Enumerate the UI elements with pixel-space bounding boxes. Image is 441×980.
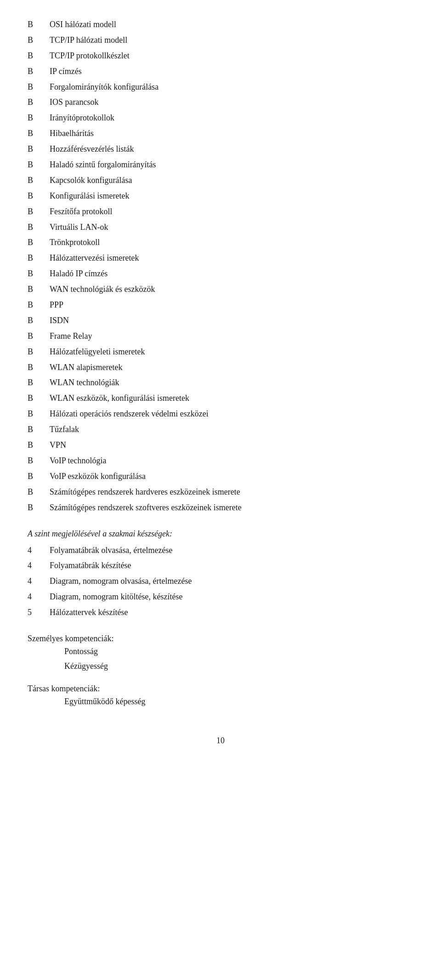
list-item: BOSI hálózati modell xyxy=(28,18,413,31)
page-number: 10 xyxy=(28,736,413,746)
list-item: BFrame Relay xyxy=(28,330,413,343)
list-text: WLAN technológiák xyxy=(50,376,413,389)
list-text: Irányítóprotokollok xyxy=(50,112,413,125)
list-text: Hálózattervezési ismeretek xyxy=(50,252,413,265)
list-marker: B xyxy=(28,408,50,421)
list-text: Számítógépes rendszerek hardveres eszköz… xyxy=(50,486,413,499)
list-marker: B xyxy=(28,174,50,187)
list-marker: B xyxy=(28,50,50,63)
skill-item: 4Diagram, nomogram olvasása, értelmezése xyxy=(28,575,413,588)
list-item: BWAN technológiák és eszközök xyxy=(28,283,413,296)
skill-text: Folyamatábrák készítése xyxy=(50,559,413,572)
list-text: Haladó szintű forgalomirányítás xyxy=(50,159,413,171)
list-text: Virtuális LAN-ok xyxy=(50,221,413,234)
list-marker: B xyxy=(28,143,50,156)
list-item: BWLAN eszközök, konfigurálási ismeretek xyxy=(28,392,413,405)
list-item: BVPN xyxy=(28,439,413,452)
list-text: IP címzés xyxy=(50,65,413,78)
list-item: BKonfigurálási ismeretek xyxy=(28,190,413,203)
list-marker: B xyxy=(28,299,50,312)
list-item: BTrönkprotokoll xyxy=(28,236,413,249)
list-item: BIrányítóprotokollok xyxy=(28,112,413,125)
skill-marker: 4 xyxy=(28,544,50,557)
social-competency-item: Együttműködő képesség xyxy=(28,695,413,708)
skills-heading: A szint megjelölésével a szakmai készség… xyxy=(28,529,413,539)
list-item: BIOS parancsok xyxy=(28,96,413,109)
list-item: BTCP/IP hálózati modell xyxy=(28,34,413,47)
list-marker: B xyxy=(28,112,50,125)
list-text: Konfigurálási ismeretek xyxy=(50,190,413,203)
list-marker: B xyxy=(28,314,50,327)
list-item: BIP címzés xyxy=(28,65,413,78)
list-item: BWLAN technológiák xyxy=(28,376,413,389)
list-item: BSzámítógépes rendszerek szoftveres eszk… xyxy=(28,501,413,514)
list-item: BHozzáférésvezérlés listák xyxy=(28,143,413,156)
list-text: Hálózati operációs rendszerek védelmi es… xyxy=(50,408,413,421)
skill-text: Diagram, nomogram kitöltése, készítése xyxy=(50,591,413,604)
list-text: IOS parancsok xyxy=(50,96,413,109)
list-text: VPN xyxy=(50,439,413,452)
list-text: Forgalomirányítók konfigurálása xyxy=(50,81,413,94)
skill-text: Diagram, nomogram olvasása, értelmezése xyxy=(50,575,413,588)
list-item: BISDN xyxy=(28,314,413,327)
list-item: BForgalomirányítók konfigurálása xyxy=(28,81,413,94)
list-text: Számítógépes rendszerek szoftveres eszkö… xyxy=(50,501,413,514)
skill-marker: 5 xyxy=(28,606,50,619)
personal-competency-item: Pontosság xyxy=(28,645,413,658)
list-text: Kapcsolók konfigurálása xyxy=(50,174,413,187)
list-text: Feszítőfa protokoll xyxy=(50,205,413,218)
list-item: BHálózatfelügyeleti ismeretek xyxy=(28,346,413,359)
list-marker: B xyxy=(28,376,50,389)
list-text: Hálózatfelügyeleti ismeretek xyxy=(50,346,413,359)
list-item: BPPP xyxy=(28,299,413,312)
list-marker: B xyxy=(28,127,50,140)
skill-marker: 4 xyxy=(28,575,50,588)
list-marker: B xyxy=(28,205,50,218)
list-item: BTCP/IP protokollkészlet xyxy=(28,50,413,63)
list-marker: B xyxy=(28,455,50,467)
list-marker: B xyxy=(28,236,50,249)
list-marker: B xyxy=(28,439,50,452)
list-text: OSI hálózati modell xyxy=(50,18,413,31)
list-text: TCP/IP hálózati modell xyxy=(50,34,413,47)
list-text: Hozzáférésvezérlés listák xyxy=(50,143,413,156)
list-item: BVirtuális LAN-ok xyxy=(28,221,413,234)
list-item: BHálózattervezési ismeretek xyxy=(28,252,413,265)
personal-competencies: Személyes kompetenciák: PontosságKézügye… xyxy=(28,634,413,673)
list-item: BHaladó szintű forgalomirányítás xyxy=(28,159,413,171)
social-competencies: Társas kompetenciák: Együttműködő képess… xyxy=(28,684,413,708)
skill-text: Folyamatábrák olvasása, értelmezése xyxy=(50,544,413,557)
skill-item: 5Hálózattervek készítése xyxy=(28,606,413,619)
skills-list: 4Folyamatábrák olvasása, értelmezése4Fol… xyxy=(28,544,413,619)
list-marker: B xyxy=(28,18,50,31)
skill-marker: 4 xyxy=(28,559,50,572)
list-item: BSzámítógépes rendszerek hardveres eszkö… xyxy=(28,486,413,499)
list-text: TCP/IP protokollkészlet xyxy=(50,50,413,63)
list-marker: B xyxy=(28,190,50,203)
list-item: BVoIP technológia xyxy=(28,455,413,467)
list-marker: B xyxy=(28,330,50,343)
list-marker: B xyxy=(28,34,50,47)
list-text: VoIP technológia xyxy=(50,455,413,467)
list-text: VoIP eszközök konfigurálása xyxy=(50,470,413,483)
social-competencies-title: Társas kompetenciák: xyxy=(28,684,413,694)
list-text: PPP xyxy=(50,299,413,312)
skill-item: 4Folyamatábrák készítése xyxy=(28,559,413,572)
skill-marker: 4 xyxy=(28,591,50,604)
list-item: BWLAN alapismeretek xyxy=(28,361,413,374)
list-marker: B xyxy=(28,486,50,499)
list-text: Tűzfalak xyxy=(50,423,413,436)
list-marker: B xyxy=(28,159,50,171)
list-marker: B xyxy=(28,423,50,436)
list-item: BHálózati operációs rendszerek védelmi e… xyxy=(28,408,413,421)
list-marker: B xyxy=(28,268,50,280)
skill-item: 4Folyamatábrák olvasása, értelmezése xyxy=(28,544,413,557)
list-marker: B xyxy=(28,346,50,359)
list-text: Hibaelhárítás xyxy=(50,127,413,140)
list-text: Trönkprotokoll xyxy=(50,236,413,249)
list-text: Frame Relay xyxy=(50,330,413,343)
list-item: BHaladó IP címzés xyxy=(28,268,413,280)
list-marker: B xyxy=(28,252,50,265)
list-item: BTűzfalak xyxy=(28,423,413,436)
list-marker: B xyxy=(28,96,50,109)
